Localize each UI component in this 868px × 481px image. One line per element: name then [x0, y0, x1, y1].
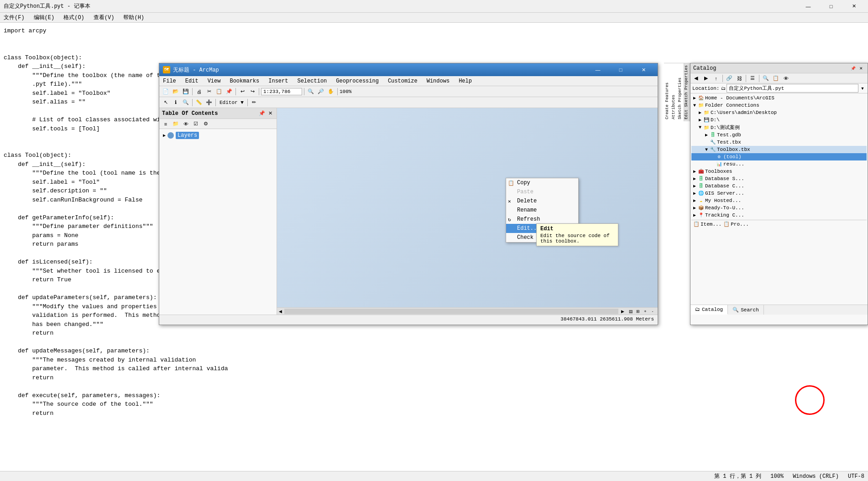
location-value[interactable]: 自定义Python工具.pyt — [727, 84, 858, 93]
result-expander[interactable] — [711, 162, 715, 166]
tree-test-case-folder[interactable]: ▼ 📁 D:\测试案例 — [691, 124, 867, 131]
tb-add-data-button[interactable]: ➕ — [204, 98, 214, 107]
map-zoom-in-button[interactable]: + — [642, 308, 648, 315]
tree-my-hosted[interactable]: ▶ ☁ My Hosted... — [691, 197, 867, 204]
ctx-rename-item[interactable]: Rename — [506, 206, 578, 215]
cat-metadata-button[interactable]: 📋 — [771, 74, 780, 83]
tb-print-button[interactable]: 🖨 — [194, 87, 204, 96]
db-servers-expander[interactable]: ▶ — [692, 176, 697, 181]
tb-paste-button[interactable]: 📌 — [225, 87, 234, 96]
catalog-pin-button[interactable]: 📌 — [849, 65, 857, 72]
view-data-button[interactable]: ▤ — [627, 308, 634, 315]
arcmap-menu-edit[interactable]: Edit — [183, 77, 200, 85]
tb-pan-button[interactable]: ✋ — [326, 87, 335, 96]
notepad-menu-help[interactable]: 帮助(H) — [121, 13, 146, 22]
notepad-menu-file[interactable]: 文件(F) — [2, 13, 26, 22]
layers-expander[interactable]: ▶ — [163, 133, 166, 138]
map-zoom-out-button[interactable]: - — [649, 308, 656, 315]
gdb-expander[interactable]: ▶ — [704, 133, 709, 137]
gis-servers-expander[interactable]: ▶ — [692, 191, 697, 196]
arcmap-menu-help[interactable]: Help — [457, 77, 474, 85]
toc-pin-button[interactable]: 📌 — [258, 110, 266, 117]
folder-conn-expander[interactable]: ▼ — [692, 103, 697, 108]
cat-view-toggle[interactable]: ☰ — [748, 74, 757, 83]
tree-result-item[interactable]: 📊 resu... — [691, 160, 867, 168]
tb-redo-button[interactable]: ↪ — [248, 87, 257, 96]
arcmap-menu-view[interactable]: View — [206, 77, 223, 85]
map-scrollbar-bottom[interactable]: ◀ ▶ ▤ ⊞ + - — [277, 307, 658, 315]
tb-find-button[interactable]: 🔍 — [181, 98, 190, 107]
tb-identify-button[interactable]: ℹ — [171, 98, 180, 107]
arcmap-maximize-button[interactable]: □ — [610, 65, 631, 74]
arcmap-close-button[interactable]: ✕ — [633, 65, 654, 74]
notepad-minimize-button[interactable]: — — [798, 2, 819, 11]
home-expander[interactable]: ▶ — [692, 96, 697, 100]
ctx-refresh-item[interactable]: ↻ Refresh — [506, 215, 578, 224]
notepad-menu-format[interactable]: 格式(O) — [62, 13, 86, 22]
toolboxes-expander[interactable]: ▶ — [692, 169, 697, 174]
tb-cut-button[interactable]: ✂ — [204, 87, 214, 96]
tbx-expander[interactable] — [704, 140, 709, 145]
cat-forward-button[interactable]: ▶ — [701, 74, 711, 83]
tb-select-button[interactable]: ↖ — [161, 98, 170, 107]
editor-dropdown[interactable]: Editor ▼ — [218, 100, 246, 105]
notepad-maximize-button[interactable]: □ — [821, 2, 842, 11]
toc-options[interactable]: ⚙ — [201, 119, 210, 129]
toc-list-by-visibility[interactable]: 👁 — [181, 119, 190, 129]
ctx-delete-item[interactable]: ✕ Delete — [506, 197, 578, 206]
arcmap-menu-customize[interactable]: Customize — [386, 77, 419, 85]
test-case-expander[interactable]: ▼ — [698, 125, 702, 130]
tree-folder-connections[interactable]: ▼ 📁 Folder Connections — [691, 102, 867, 109]
scroll-right-button[interactable]: ▶ — [619, 308, 626, 315]
ctx-paste-item[interactable]: Paste — [506, 187, 578, 197]
tree-toolboxes[interactable]: ▶ 🧰 Toolboxes — [691, 168, 867, 175]
cat-connect-button[interactable]: 🔗 — [725, 74, 734, 83]
ctx-copy-item[interactable]: 📋 Copy — [506, 178, 578, 187]
scroll-left-button[interactable]: ◀ — [277, 308, 283, 315]
db-conn-expander[interactable]: ▶ — [692, 184, 697, 188]
tb-zoom-out-button[interactable]: 🔎 — [316, 87, 325, 96]
catalog-close-button[interactable]: ✕ — [858, 65, 865, 72]
arcmap-menu-geoprocessing[interactable]: Geoprocessing — [334, 77, 381, 85]
tree-test-tbx[interactable]: 🔧 Test.tbx — [691, 139, 867, 146]
tb-open-button[interactable]: 📂 — [171, 87, 180, 96]
tree-home-item[interactable]: ▶ 🏠 Home - Documents\ArcGIS — [691, 94, 867, 102]
arcmap-menu-selection[interactable]: Selection — [295, 77, 329, 85]
arcmap-menu-bookmarks[interactable]: Bookmarks — [228, 77, 261, 85]
create-features-tab[interactable]: Create Features — [664, 63, 670, 121]
sketch-properties-tab[interactable]: Sketch Properties — [677, 63, 683, 121]
d-drive-expander[interactable]: ▶ — [698, 118, 702, 122]
tree-d-drive[interactable]: ▶ 💾 D:\ — [691, 116, 867, 124]
tb-edit-tool-button[interactable]: ✏ — [250, 98, 259, 107]
selected-tool-expander[interactable] — [711, 155, 715, 159]
map-area[interactable]: ◀ ▶ ▤ ⊞ + - — [277, 108, 658, 315]
tb-undo-button[interactable]: ↩ — [238, 87, 247, 96]
my-hosted-expander[interactable]: ▶ — [692, 198, 697, 203]
edit-sketch-tab[interactable]: Edit Sketch Properties — [683, 63, 690, 121]
layers-label[interactable]: Layers — [176, 132, 199, 139]
tree-desktop-folder[interactable]: ▶ 📁 C:\Users\admin\Desktop — [691, 109, 867, 116]
ready-to-use-expander[interactable]: ▶ — [692, 206, 697, 210]
scale-box[interactable]: 1:233,786 — [261, 88, 302, 95]
notepad-close-button[interactable]: ✕ — [843, 2, 864, 11]
tb-copy-button[interactable]: 📋 — [214, 87, 224, 96]
arcmap-menu-windows[interactable]: Windows — [425, 77, 451, 85]
tree-selected-tool[interactable]: ⚙ (tool) — [691, 153, 867, 160]
toc-list-by-selection[interactable]: ☑ — [191, 119, 200, 129]
tree-tracking[interactable]: ▶ 📍 Tracking C... — [691, 212, 867, 219]
catalog-tab[interactable]: 🗂 Catalog — [690, 305, 728, 315]
arcmap-minimize-button[interactable]: — — [587, 65, 608, 74]
tb-new-button[interactable]: 📄 — [161, 87, 170, 96]
tracking-expander[interactable]: ▶ — [692, 213, 697, 217]
toc-close-button[interactable]: ✕ — [267, 110, 274, 117]
tree-ready-to-use[interactable]: ▶ 📦 Ready-To-U... — [691, 204, 867, 212]
notepad-menu-edit[interactable]: 编辑(E) — [32, 13, 57, 22]
tb-save-button[interactable]: 💾 — [181, 87, 190, 96]
tb-zoom-in-button[interactable]: 🔍 — [306, 87, 315, 96]
arcmap-menu-insert[interactable]: Insert — [267, 77, 290, 85]
toolbox-expander[interactable]: ▼ — [704, 147, 709, 152]
search-tab[interactable]: 🔍 Search — [728, 305, 764, 315]
toc-list-by-source[interactable]: 📁 — [171, 119, 180, 129]
scroll-track[interactable] — [284, 309, 618, 314]
tree-db-connections[interactable]: ▶ 🗄 Database C... — [691, 182, 867, 190]
